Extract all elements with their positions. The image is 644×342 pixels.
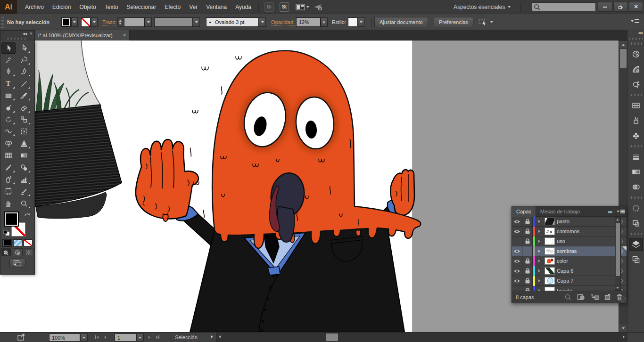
tab-mesas-de-trabajo[interactable]: Mesas de trabajo	[536, 206, 584, 217]
workspace-switcher[interactable]: Aspectos esenciales	[454, 0, 511, 14]
gradient-button[interactable]	[13, 239, 22, 246]
dock-grip[interactable]	[630, 42, 642, 45]
menu-archivo[interactable]: Archivo	[21, 0, 48, 14]
layer-thumbnail[interactable]	[545, 287, 555, 291]
export-button[interactable]	[17, 334, 26, 342]
layer-name[interactable]: Capa 7	[557, 278, 619, 284]
arrange-documents-button[interactable]	[296, 3, 309, 11]
window-close-button[interactable]: ✕	[629, 2, 643, 12]
color-guide-icon[interactable]	[629, 63, 643, 76]
kuler-icon[interactable]	[629, 78, 643, 91]
menu-efecto[interactable]: Efecto	[160, 0, 185, 14]
menu-edicion[interactable]: Edición	[48, 0, 75, 14]
draw-normal-button[interactable]	[1, 248, 11, 256]
layer-thumbnail[interactable]	[545, 237, 555, 245]
perspective-grid-tool[interactable]	[17, 138, 31, 149]
visibility-toggle[interactable]	[512, 217, 522, 227]
clipping-mask-button[interactable]	[577, 293, 585, 301]
layer-row-uso[interactable]: uso	[512, 236, 627, 246]
dock-drag-grip[interactable]	[629, 38, 643, 40]
lock-toggle[interactable]	[522, 266, 533, 276]
brush-definition-dropdown[interactable]	[259, 17, 266, 27]
visibility-toggle[interactable]	[512, 227, 522, 236]
expand-layer-arrow[interactable]	[535, 227, 544, 236]
direct-selection-tool[interactable]	[17, 42, 31, 54]
stroke-color-swatch[interactable]	[81, 17, 91, 27]
layer-row-capa7[interactable]: Capa 7	[512, 276, 627, 286]
stroke-weight-field[interactable]	[124, 17, 145, 27]
scale-tool[interactable]	[17, 114, 31, 125]
locate-object-button[interactable]	[564, 293, 572, 301]
lock-toggle[interactable]	[522, 227, 533, 236]
brush-definition-button[interactable]: Ovalado 3 pt.	[206, 17, 259, 27]
stroke-weight-dropdown[interactable]	[145, 17, 152, 27]
scroll-up-button[interactable]	[619, 41, 627, 48]
layers-scroll-thumb[interactable]	[616, 223, 620, 276]
menu-ayuda[interactable]: Ayuda	[231, 0, 256, 14]
previous-artboard-button[interactable]	[104, 336, 106, 339]
variable-width-profile-dropdown[interactable]	[193, 17, 200, 27]
bridge-icon[interactable]: Br	[264, 2, 274, 12]
gradient-tool[interactable]	[17, 150, 31, 161]
swap-fill-stroke-icon[interactable]	[24, 212, 31, 219]
brushes-icon[interactable]	[629, 114, 643, 127]
draw-behind-button[interactable]	[13, 248, 23, 256]
variable-width-profile-field[interactable]	[154, 17, 193, 27]
tab-close-icon[interactable]: ✕	[123, 33, 126, 38]
none-button[interactable]	[24, 239, 33, 246]
paintbrush-tool[interactable]	[17, 90, 31, 101]
fill-color-swatch[interactable]	[61, 17, 71, 27]
menu-objeto[interactable]: Objeto	[75, 0, 100, 14]
status-flyout-icon[interactable]	[211, 335, 213, 338]
graphic-styles-icon[interactable]	[629, 217, 643, 230]
swatches-icon[interactable]	[629, 99, 643, 112]
menu-seleccionar[interactable]: Seleccionar	[122, 0, 160, 14]
screen-mode-button[interactable]	[9, 259, 25, 268]
stroke-weight-stepper[interactable]	[117, 17, 123, 27]
lock-toggle[interactable]	[522, 236, 533, 246]
visibility-toggle[interactable]	[512, 236, 522, 246]
search-box[interactable]	[532, 2, 596, 11]
cs-live-button[interactable]	[313, 3, 323, 11]
magic-wand-tool[interactable]	[1, 54, 16, 65]
expand-layer-arrow[interactable]	[535, 246, 544, 256]
stock-icon[interactable]: St	[280, 2, 289, 12]
rotate-tool[interactable]	[1, 114, 16, 125]
layers-scroll-down-icon[interactable]	[616, 287, 619, 289]
expand-dock-icon[interactable]: ◀◀	[638, 31, 642, 35]
next-artboard-button[interactable]	[149, 336, 150, 339]
default-fill-stroke-icon[interactable]	[3, 230, 10, 236]
zoom-tool[interactable]	[17, 198, 31, 209]
horizontal-scrollbar[interactable]	[216, 333, 627, 342]
menu-ver[interactable]: Ver	[185, 0, 202, 14]
layer-name[interactable]: Capa 6	[557, 268, 619, 274]
dock-panel-header[interactable]: ◀◀	[627, 30, 644, 41]
collapse-tools-icon[interactable]: ◀◀	[23, 32, 27, 36]
gradient-panel-icon[interactable]	[629, 165, 643, 179]
scroll-down-button[interactable]	[619, 325, 627, 332]
layers-scroll-up-icon[interactable]	[616, 219, 619, 220]
layer-thumbnail[interactable]	[545, 247, 555, 255]
layer-name[interactable]: color	[557, 258, 619, 264]
artboards-panel-icon[interactable]	[629, 253, 643, 266]
layer-thumbnail[interactable]	[545, 257, 555, 265]
document-tab[interactable]: i* al 100% (CMYK/Previsualizar) ✕	[35, 30, 130, 41]
expand-layer-arrow[interactable]	[535, 276, 544, 286]
shape-builder-tool[interactable]	[1, 138, 16, 149]
layer-row-boceto[interactable]: boceto	[512, 286, 627, 291]
zoom-level-field[interactable]: 100%	[49, 334, 80, 342]
lock-toggle[interactable]	[522, 217, 533, 227]
expand-layer-arrow[interactable]	[535, 217, 544, 227]
layer-name[interactable]: pasto	[557, 219, 619, 224]
tools-close-icon[interactable]: ✕	[29, 32, 33, 36]
eraser-tool[interactable]	[17, 102, 31, 114]
select-similar-button[interactable]	[479, 18, 493, 26]
type-tool[interactable]: T	[1, 78, 16, 90]
color-panel-icon[interactable]	[629, 48, 643, 61]
layers-scrollbar[interactable]	[615, 217, 621, 291]
stroke-color-dropdown[interactable]	[91, 17, 98, 27]
window-minimize-button[interactable]	[598, 2, 612, 12]
visibility-toggle[interactable]	[512, 286, 522, 291]
expand-layer-arrow[interactable]	[535, 256, 544, 266]
pen-tool[interactable]	[1, 66, 16, 77]
